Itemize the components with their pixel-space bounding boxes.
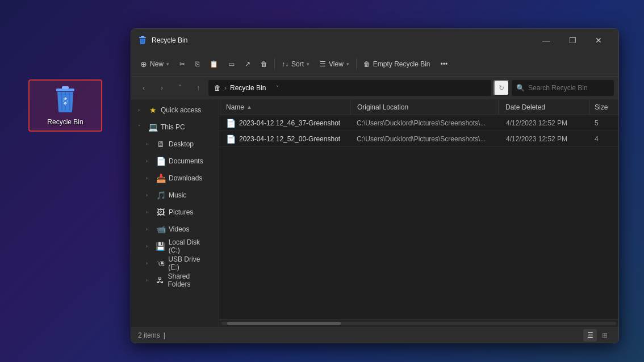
back-button[interactable]: ‹ [136,80,152,96]
local-disk-icon: 💾 [156,242,165,251]
sidebar-item-local-disk[interactable]: › 💾 Local Disk (C:) [133,238,216,255]
sidebar-item-music[interactable]: › 🎵 Music [133,187,216,204]
shared-folders-icon: 🖧 [156,276,164,285]
videos-icon: 📹 [156,225,165,234]
local-disk-chevron-icon: › [146,243,153,249]
quick-access-chevron-icon: › [138,107,145,113]
minimize-button[interactable]: — [533,29,559,52]
address-dropdown-button[interactable]: ˅ [269,85,285,91]
file-row-size-1: 5 [590,119,618,127]
sort-button[interactable]: ↑↓ Sort ▾ [277,55,314,73]
sidebar-item-label: Pictures [169,208,193,216]
new-button[interactable]: ⊕ New ▾ [136,55,174,73]
sort-label: Sort [291,60,304,68]
shared-folders-chevron-icon: › [146,277,152,283]
address-bar: ‹ › ˅ ↑ 🗑 › Recycle Bin ˅ ↻ 🔍 [131,77,618,99]
sort-arrow-icon: ▾ [307,61,310,67]
status-count: 2 items [138,331,160,339]
path-text: Recycle Bin [230,84,266,92]
title-bar-text: Recycle Bin [152,36,533,44]
close-button[interactable]: ✕ [586,29,612,52]
col-size-label: Size [595,103,608,111]
copy-icon: ⎘ [195,60,199,68]
list-view-button[interactable]: ☰ [583,329,597,342]
share-button[interactable]: ↗ [240,55,255,73]
recycle-bin-desktop-icon[interactable]: Recycle Bin [28,79,102,132]
sidebar: › ★ Quick access ˅ 💻 This PC › 🖥 Desktop… [131,99,219,327]
empty-recycle-button[interactable]: 🗑 Empty Recycle Bin [359,55,435,73]
toolbar-sep-1 [274,58,275,70]
downloads-chevron-icon: › [146,175,153,181]
sidebar-item-label: Quick access [161,106,201,114]
col-header-size[interactable]: Size [590,103,618,111]
file-row-name-1: 📄 2023-04-12 12_46_37-Greenshot [219,119,350,128]
paste-button[interactable]: 📋 [205,55,223,73]
more-icon: ••• [441,60,448,68]
view-button[interactable]: ☰ View ▾ [315,55,354,73]
title-bar: Recycle Bin — ❐ ✕ [131,29,618,52]
sort-icon: ↑↓ [282,60,288,68]
forward-button[interactable]: › [154,80,170,96]
sidebar-item-label: This PC [161,123,185,131]
col-header-name[interactable]: Name ▲ [219,103,350,111]
maximize-button[interactable]: ❐ [559,29,586,52]
path-icon: 🗑 [214,84,221,92]
downloads-icon: 📥 [156,174,165,183]
status-bar: 2 items | ☰ ⊞ [131,327,618,343]
more-button[interactable]: ••• [436,55,453,73]
delete-icon: 🗑 [261,60,267,68]
delete-button[interactable]: 🗑 [256,55,272,73]
documents-chevron-icon: › [146,158,153,164]
usb-drive-icon: 🖲 [156,259,165,268]
file-row-size-2: 4 [590,135,618,143]
sidebar-item-this-pc[interactable]: ˅ 💻 This PC [133,119,216,136]
file-name-2: 2023-04-12 12_52_00-Greenshot [239,135,340,143]
cut-icon: ✂ [179,60,185,68]
col-header-location[interactable]: Original Location [350,103,498,111]
new-arrow-icon: ▾ [166,61,169,67]
file-row-date-2: 4/12/2023 12:52 PM [499,135,590,143]
table-row[interactable]: 📄 2023-04-12 12_46_37-Greenshot C:\Users… [219,115,618,131]
toolbar: ⊕ New ▾ ✂ ⎘ 📋 ▭ ↗ 🗑 ↑↓ Sort ▾ ☰ [131,52,618,77]
file-area: Name ▲ Original Location Date Deleted Si… [219,99,618,327]
sidebar-item-downloads[interactable]: › 📥 Downloads [133,170,216,187]
search-input[interactable] [528,84,609,92]
file-icon-1: 📄 [226,119,236,128]
sidebar-item-pictures[interactable]: › 🖼 Pictures [133,204,216,221]
sidebar-item-usb-drive[interactable]: › 🖲 USB Drive (E:) [133,255,216,272]
music-icon: 🎵 [156,191,165,200]
sort-arrow-icon: ▲ [246,104,252,110]
sidebar-item-desktop[interactable]: › 🖥 Desktop [133,136,216,153]
refresh-button[interactable]: ↻ [494,80,509,96]
sidebar-item-label: Local Disk (C:) [169,238,212,254]
music-chevron-icon: › [146,192,153,198]
horizontal-scrollbar[interactable] [219,319,618,327]
file-header: Name ▲ Original Location Date Deleted Si… [219,99,618,115]
file-row-location-2: C:\Users\Ducklord\Pictures\Screenshots\.… [350,135,499,143]
main-area: › ★ Quick access ˅ 💻 This PC › 🖥 Desktop… [131,99,618,327]
sidebar-item-label: Music [169,191,186,199]
grid-view-button[interactable]: ⊞ [598,329,612,342]
search-box[interactable]: 🔍 [512,80,614,96]
sidebar-item-quick-access[interactable]: › ★ Quick access [133,102,216,119]
history-button[interactable]: ˅ [172,80,188,96]
col-date-label: Date Deleted [505,103,545,111]
table-row[interactable]: 📄 2023-04-12 12_52_00-Greenshot C:\Users… [219,131,618,147]
file-rows: 📄 2023-04-12 12_46_37-Greenshot C:\Users… [219,115,618,319]
scrollbar-track [221,322,616,325]
col-header-date[interactable]: Date Deleted [499,103,589,111]
cut-button[interactable]: ✂ [175,55,190,73]
up-button[interactable]: ↑ [190,80,206,96]
sidebar-item-shared-folders[interactable]: › 🖧 Shared Folders [133,272,216,289]
address-path[interactable]: 🗑 › Recycle Bin ˅ [208,80,491,96]
new-label: New [150,60,164,68]
this-pc-chevron-icon: ˅ [138,124,145,130]
sidebar-item-documents[interactable]: › 📄 Documents [133,153,216,170]
title-bar-icon [138,36,147,45]
desktop-chevron-icon: › [146,141,153,147]
sidebar-item-videos[interactable]: › 📹 Videos [133,221,216,238]
scrollbar-thumb[interactable] [227,322,341,325]
file-row-date-1: 4/12/2023 12:52 PM [499,119,590,127]
copy-button[interactable]: ⎘ [191,55,204,73]
rename-button[interactable]: ▭ [224,55,239,73]
